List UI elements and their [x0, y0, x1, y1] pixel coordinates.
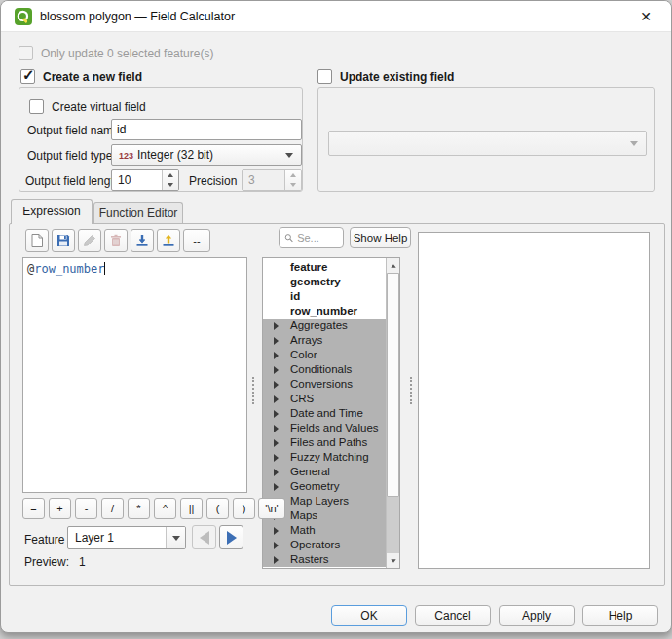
precision-label: Precision [189, 174, 237, 188]
create-virtual-field-label: Create virtual field [52, 100, 146, 114]
delete-expression-button [104, 229, 128, 252]
function-list: feature geometry id row_number Aggregate… [262, 257, 400, 569]
import-expression-button[interactable] [131, 229, 154, 252]
function-category[interactable]: Arrays [263, 333, 386, 348]
only-update-checkbox [19, 46, 33, 60]
create-virtual-field-checkbox[interactable] [29, 99, 44, 114]
function-category[interactable]: Operators [263, 538, 386, 552]
search-input[interactable] [297, 232, 338, 244]
qgis-logo-icon [15, 8, 32, 25]
operator-multiply-button[interactable]: * [128, 498, 150, 519]
operator-divide-button[interactable]: / [101, 498, 124, 519]
update-existing-field-row[interactable]: Update existing field [317, 69, 454, 84]
next-feature-button[interactable] [219, 525, 243, 549]
preview-value: 1 [79, 555, 86, 569]
trash-icon [108, 233, 124, 248]
function-category[interactable]: Math [263, 523, 386, 538]
operator-equals-button[interactable]: = [22, 498, 45, 519]
new-expression-button[interactable] [25, 229, 49, 252]
create-virtual-field-row[interactable]: Create virtual field [29, 99, 146, 114]
function-category[interactable]: Fields and Values [263, 421, 386, 435]
operator-newline-button[interactable]: '\n' [258, 498, 285, 519]
precision-value: 3 [243, 173, 284, 187]
field-item[interactable]: row_number [263, 304, 386, 319]
help-button[interactable]: Help [582, 605, 658, 626]
previous-feature-button [192, 525, 216, 549]
existing-field-combo [328, 131, 647, 156]
function-category[interactable]: Color [263, 348, 386, 362]
preview-label: Preview: [24, 555, 69, 569]
splitter-handle[interactable] [410, 377, 412, 404]
function-search[interactable] [279, 227, 344, 248]
spin-arrows[interactable] [162, 170, 178, 190]
scrollbar-thumb[interactable] [387, 273, 399, 497]
operator-open-paren-button[interactable]: ( [206, 498, 229, 519]
function-category[interactable]: Date and Time [263, 406, 386, 421]
export-arrow-icon [161, 233, 176, 248]
function-category[interactable]: Aggregates [263, 319, 386, 333]
function-category[interactable]: Rasters [263, 552, 386, 567]
show-help-button[interactable]: Show Help [350, 227, 411, 248]
output-field-type-label: Output field type [27, 149, 112, 163]
update-existing-group [317, 87, 655, 192]
splitter-handle[interactable] [252, 377, 254, 404]
feature-layer-combo[interactable]: Layer 1 [67, 526, 186, 549]
field-item[interactable]: id [263, 289, 386, 304]
function-category[interactable]: Files and Paths [263, 435, 386, 450]
chevron-down-icon [285, 153, 293, 158]
feature-layer-value: Layer 1 [68, 531, 114, 545]
scroll-up-icon[interactable] [387, 258, 399, 273]
output-field-type-combo[interactable]: 123Integer (32 bit) [111, 144, 302, 166]
output-field-name-input[interactable] [111, 119, 302, 140]
function-list-scrollbar[interactable] [386, 258, 399, 568]
create-new-field-label: Create a new field [43, 70, 142, 84]
operator-plus-button[interactable]: + [49, 498, 71, 519]
new-file-icon [29, 233, 45, 248]
tab-function-editor[interactable]: Function Editor [93, 202, 183, 224]
operator-minus-button[interactable]: - [75, 498, 97, 519]
field-item[interactable]: feature [263, 260, 386, 275]
output-field-length-value: 10 [112, 173, 162, 187]
close-icon[interactable]: ✕ [628, 1, 663, 32]
field-calculator-dialog: blossom polygon — Field Calculator ✕ Onl… [0, 0, 672, 633]
edit-expression-button [78, 229, 101, 252]
save-expression-button[interactable] [52, 229, 75, 252]
function-category[interactable]: Fuzzy Matching [263, 450, 386, 465]
arrow-right-icon [227, 531, 237, 545]
operator-power-button[interactable]: ^ [154, 498, 176, 519]
field-item[interactable]: geometry [263, 275, 386, 289]
scroll-down-icon[interactable] [387, 553, 399, 568]
function-category[interactable]: CRS [263, 392, 386, 406]
function-help-panel [418, 232, 650, 569]
chevron-down-icon [630, 141, 638, 146]
spin-up-icon [290, 173, 296, 177]
spin-arrows-disabled [284, 170, 301, 190]
spin-up-icon [168, 173, 173, 177]
chevron-down-icon [172, 536, 180, 541]
spin-down-icon [290, 183, 296, 187]
dash-button[interactable]: -- [183, 229, 210, 252]
expression-variable: row_number [34, 262, 104, 276]
function-category[interactable]: General [263, 465, 386, 479]
function-category[interactable]: Conditionals [263, 362, 386, 377]
apply-button[interactable]: Apply [499, 605, 575, 626]
function-category[interactable]: Conversions [263, 377, 386, 392]
tab-expression[interactable]: Expression [11, 199, 93, 224]
function-category[interactable]: Geometry [263, 479, 386, 494]
preview-row: Preview: 1 [24, 555, 86, 569]
output-field-length-spinbox[interactable]: 10 [111, 169, 179, 191]
arrow-left-icon [200, 531, 209, 545]
operator-close-paren-button[interactable]: ) [233, 498, 255, 519]
expression-editor[interactable]: @row_number [22, 257, 247, 493]
title-bar: blossom polygon — Field Calculator ✕ [1, 1, 671, 32]
output-field-name-label: Output field name [27, 124, 120, 137]
ok-button[interactable]: OK [331, 605, 407, 626]
operator-concat-button[interactable]: || [180, 498, 203, 519]
create-new-field-row[interactable]: Create a new field [20, 69, 142, 84]
new-field-group: Create virtual field Output field name O… [19, 87, 303, 192]
update-existing-field-checkbox[interactable] [317, 69, 332, 84]
create-new-field-checkbox[interactable] [20, 69, 35, 84]
export-expression-button[interactable] [157, 229, 180, 252]
update-existing-field-label: Update existing field [340, 70, 454, 84]
cancel-button[interactable]: Cancel [415, 605, 491, 626]
